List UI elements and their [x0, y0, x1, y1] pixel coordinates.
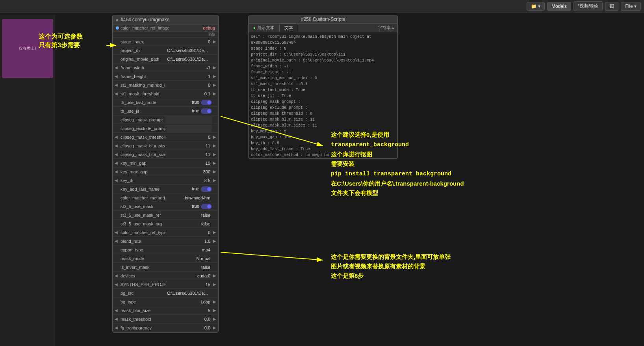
param-arrow-left-icon[interactable]: ◀	[113, 273, 119, 278]
param-arrow-left-icon[interactable]: ◀	[113, 178, 119, 182]
script-line: tb_use_jit : True	[251, 93, 395, 99]
script-line: clipseg_mask_threshold : 0	[251, 111, 395, 117]
param-value-text: 5	[165, 308, 212, 313]
param-arrow-right-icon[interactable]: ▶	[212, 317, 217, 321]
left-sidebar: 仅在类上)	[0, 15, 55, 346]
param-arrow-left-icon[interactable]: ◀	[113, 239, 119, 243]
param-arrow-right-icon[interactable]: ▶	[212, 65, 217, 70]
param-arrow-right-icon[interactable]: ▶	[212, 169, 217, 174]
param-value-text: -1	[165, 74, 212, 79]
param-arrow-left-icon[interactable]: ◀	[113, 282, 119, 286]
param-value-text: hm-mvgd-hm	[165, 195, 212, 200]
param-rows-container: stage_index0▶project_dirC:\Users\56381\D…	[113, 37, 218, 332]
param-name-label: clipseg_mask_blur_size2	[119, 151, 165, 158]
tab-charset[interactable]: 字符率 ≡	[375, 24, 397, 32]
param-arrow-right-icon[interactable]: ▶	[212, 326, 217, 330]
param-arrow-right-icon[interactable]: ▶	[212, 39, 217, 44]
param-name-label: clipseg_exclude_prompt	[119, 125, 165, 132]
param-name-label: color_matcher_ref_type	[119, 229, 165, 236]
param-arrow-left-icon[interactable]: ◀	[113, 152, 119, 156]
param-arrow-right-icon[interactable]: ▶	[212, 299, 217, 304]
param-arrow-left-icon[interactable]: ◀	[113, 65, 119, 70]
image-button[interactable]: 🖼	[605, 2, 618, 11]
param-row: is_invert_maskfalse	[113, 263, 218, 272]
param-arrow-left-icon[interactable]: ◀	[113, 74, 119, 78]
param-row: ◀clipseg_mask_blur_size211▶	[113, 150, 218, 159]
param-row: ◀key_max_gap300▶	[113, 167, 218, 176]
param-arrow-right-icon[interactable]: ▶	[212, 239, 217, 243]
param-arrow-right-icon[interactable]: ▶	[212, 83, 217, 87]
param-arrow-right-icon[interactable]: ▶	[212, 74, 217, 78]
param-name-label: st3_5_use_mask_ref	[119, 212, 165, 218]
param-value-text: 0.1	[165, 91, 212, 96]
folder-button[interactable]: 📁 ▾	[527, 2, 545, 11]
param-row: export_typemp4	[113, 246, 218, 254]
param-arrow-left-icon[interactable]: ◀	[113, 161, 119, 165]
param-row: ◀key_th8.5▶	[113, 176, 218, 185]
param-value-text: mp4	[165, 247, 212, 252]
script-line: clipseg_mask_blur_size : 11	[251, 117, 395, 123]
param-name-label: color_matcher_method	[119, 195, 165, 201]
param-arrow-left-icon[interactable]: ◀	[113, 230, 119, 234]
param-toggle[interactable]: true	[192, 203, 212, 209]
param-row: bg_typeLoop▶	[113, 298, 218, 306]
file-button[interactable]: File ▾	[621, 2, 641, 11]
script-line: stage_index : 0	[251, 46, 395, 52]
param-value-text: C:\Users\56381\Desktop\111	[165, 48, 212, 53]
param-arrow-left-icon[interactable]: ◀	[113, 169, 119, 174]
param-value-text: Normal	[165, 256, 212, 261]
param-name-label: fg_transparency	[119, 325, 165, 331]
param-arrow-left-icon[interactable]: ◀	[113, 326, 119, 330]
param-arrow-left-icon[interactable]: ◀	[113, 83, 119, 87]
param-value-text: false	[165, 213, 212, 218]
node-454-title: #454 comfyui-imgmake	[121, 17, 169, 22]
param-value-text: 11	[165, 152, 212, 157]
param-row: ◀fg_transparency0.0▶	[113, 324, 218, 332]
param-value-text: 11	[165, 143, 212, 148]
param-arrow-right-icon[interactable]: ▶	[212, 152, 217, 156]
node-subtitle-tag: debug	[203, 26, 215, 30]
param-name-label: clipseg_mask_prompt	[119, 117, 165, 123]
param-row: ◀frame_height-1▶	[113, 72, 218, 81]
param-arrow-left-icon[interactable]: ◀	[113, 91, 119, 96]
param-name-label: st1_mask_threshold	[119, 91, 165, 97]
script-line: original_movie_path : C:\Users\56381\Des…	[251, 58, 395, 63]
node-info: info	[113, 32, 218, 37]
param-arrow-right-icon[interactable]: ▶	[212, 91, 217, 96]
topbar: 📁 ▾ Models *视频转绘 🖼 File ▾	[0, 0, 644, 13]
param-toggle[interactable]: true	[192, 108, 212, 114]
param-arrow-right-icon[interactable]: ▶	[212, 308, 217, 313]
param-value-text: Loop	[165, 299, 212, 304]
param-arrow-right-icon[interactable]: ▶	[212, 282, 217, 286]
script-line: clipseg_mask_blur_size2 : 11	[251, 123, 395, 128]
param-row: st3_5_use_masktrue	[113, 202, 218, 211]
param-name-label: devices	[119, 273, 165, 279]
param-arrow-right-icon[interactable]: ▶	[212, 135, 217, 139]
param-arrow-left-icon[interactable]: ◀	[113, 308, 119, 313]
param-arrow-left-icon[interactable]: ◀	[113, 143, 119, 148]
param-arrow-right-icon[interactable]: ▶	[212, 161, 217, 165]
param-value-text: 8.5	[165, 178, 212, 183]
param-row: ◀blend_rate1.0▶	[113, 237, 218, 246]
param-arrow-right-icon[interactable]: ▶	[212, 230, 217, 234]
param-arrow-left-icon[interactable]: ◀	[113, 317, 119, 321]
script-line: project_dir : C:\Users\56381\Desktop\111	[251, 52, 395, 58]
script-line: frame_height : -1	[251, 69, 395, 75]
param-toggle[interactable]: true	[192, 99, 212, 105]
param-row: ◀key_min_gap10▶	[113, 159, 218, 167]
param-row: bg_srcC:\Users\56381\Desktop\333	[113, 289, 218, 298]
param-row: original_movie_pathC:\Users\56381\Deskto…	[113, 55, 218, 63]
models-button[interactable]: Models	[547, 2, 571, 11]
param-arrow-right-icon[interactable]: ▶	[212, 273, 217, 278]
param-value-text: false	[165, 265, 212, 270]
tab-text[interactable]: 文本	[280, 24, 298, 32]
param-name-label: tb_use_fast_mode	[119, 99, 192, 106]
tab-display[interactable]: ● 展示文本	[249, 24, 280, 32]
node-subtitle-name: color_matcher_ref_image	[121, 26, 170, 30]
param-arrow-left-icon[interactable]: ◀	[113, 135, 119, 139]
video-convert-button[interactable]: *视频转绘	[573, 1, 603, 11]
param-arrow-right-icon[interactable]: ▶	[212, 178, 217, 182]
param-arrow-right-icon[interactable]: ▶	[212, 143, 217, 148]
param-toggle[interactable]: true	[192, 186, 212, 192]
param-row: ◀SYNTHS_PER_PROJECT15▶	[113, 280, 218, 289]
